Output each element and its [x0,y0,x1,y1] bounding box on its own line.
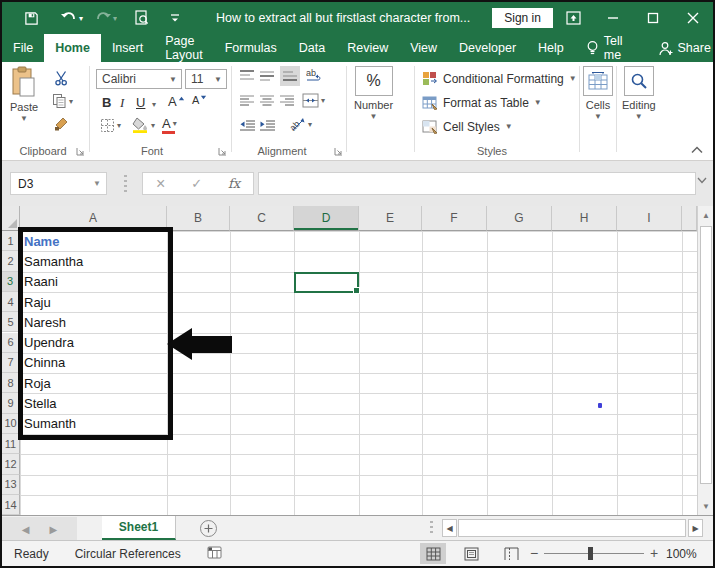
cell-a1[interactable]: Name [21,231,167,251]
font-name-combo[interactable]: Calibri ▼ [96,69,182,89]
tab-help[interactable]: Help [527,34,575,62]
cell-styles-button[interactable]: Cell Styles ▼ [422,119,513,134]
tab-view[interactable]: View [399,34,448,62]
wrap-text-button[interactable]: ab [306,68,323,83]
column-header-a[interactable]: A [20,206,167,231]
tab-tell-me[interactable]: Tell me [575,34,634,62]
font-dialog-launcher-icon[interactable] [218,146,228,156]
align-center-button[interactable] [260,95,274,107]
row-header-13[interactable]: 13 [2,475,20,495]
row-header-1[interactable]: 1 [2,231,20,251]
cell-a10[interactable]: Sumanth [21,414,167,434]
cell-a3[interactable]: Raani [21,272,167,292]
new-sheet-button[interactable] [200,520,217,537]
zoom-level[interactable]: 100% [666,547,697,561]
page-break-view-button[interactable] [498,543,524,564]
tab-review[interactable]: Review [336,34,399,62]
cells-button[interactable]: Cells ▼ [583,66,613,121]
row-header-3[interactable]: 3 [2,272,20,292]
cell-a2[interactable]: Samantha [21,251,167,271]
column-header-e[interactable]: E [359,206,422,231]
underline-button[interactable]: U [136,95,145,110]
top-align-button[interactable] [240,70,254,82]
merge-center-button[interactable]: ▾ [302,93,325,108]
underline-dropdown-icon[interactable]: ▾ [152,100,156,109]
bottom-align-button[interactable] [280,66,300,86]
tab-developer[interactable]: Developer [448,34,527,62]
tab-share[interactable]: Share [648,34,715,62]
ribbon-display-options-icon[interactable] [553,4,593,32]
font-color-button[interactable]: A ▾ [162,116,177,131]
cell-a6[interactable]: Upendra [21,333,167,353]
column-header-g[interactable]: G [487,206,552,231]
zoom-in-button[interactable]: + [650,545,658,561]
tab-file[interactable]: File [2,34,44,62]
minimize-icon[interactable] [593,4,633,32]
row-header-8[interactable]: 8 [2,373,20,393]
bold-button[interactable]: B [102,95,111,110]
formula-bar-resizer[interactable] [124,175,127,192]
customize-qat-icon[interactable] [162,7,188,29]
tab-bar-resizer[interactable] [430,521,433,536]
cancel-button[interactable]: × [156,175,165,193]
formula-input[interactable] [258,172,696,195]
selected-cell-d3[interactable] [294,272,359,293]
zoom-out-button[interactable]: − [530,545,538,561]
cut-button[interactable] [54,70,70,86]
select-all-corner[interactable] [2,206,20,231]
page-layout-view-button[interactable] [458,543,484,564]
zoom-slider-handle[interactable] [588,547,593,560]
align-left-button[interactable] [240,95,254,107]
sign-in-button[interactable]: Sign in [492,8,553,28]
format-as-table-button[interactable]: Format as Table ▼ [422,95,542,110]
copy-button[interactable]: ▾ [52,93,73,109]
scroll-up-icon[interactable]: ▲ [699,206,713,224]
row-header-12[interactable]: 12 [2,454,20,474]
scroll-left-icon[interactable]: ◀ [442,519,457,537]
cell-a5[interactable]: Naresh [21,312,167,332]
format-painter-button[interactable] [54,116,69,131]
row-header-11[interactable]: 11 [2,434,20,454]
horizontal-scrollbar[interactable] [458,519,686,537]
enter-button[interactable]: ✓ [191,176,202,191]
conditional-formatting-button[interactable]: Conditional Formatting ▼ [422,71,577,86]
editing-button[interactable]: Editing ▼ [622,66,656,121]
sheet-tab-sheet1[interactable]: Sheet1 [102,516,176,540]
vertical-scrollbar[interactable]: ▲ ▼ [697,206,713,515]
column-header-b[interactable]: B [167,206,230,231]
expand-formula-bar-icon[interactable] [697,175,707,186]
column-header-partial[interactable] [682,206,697,231]
column-header-c[interactable]: C [230,206,294,231]
tab-insert[interactable]: Insert [101,34,154,62]
clipboard-dialog-launcher-icon[interactable] [76,146,86,156]
paste-button[interactable]: Paste ▼ [10,66,38,123]
cell-a4[interactable]: Raju [21,292,167,312]
cell-a8[interactable]: Roja [21,373,167,393]
macro-record-icon[interactable] [207,546,222,562]
close-icon[interactable] [673,4,713,32]
tab-page-layout[interactable]: Page Layout [154,34,214,62]
cell-a7[interactable]: Chinna [21,353,167,373]
tab-home[interactable]: Home [44,34,101,62]
vertical-scroll-thumb[interactable] [700,226,712,484]
decrease-indent-button[interactable] [240,120,255,132]
number-format-button[interactable]: % Number ▼ [354,66,393,121]
column-header-h[interactable]: H [552,206,617,231]
row-header-6[interactable]: 6 [2,333,20,353]
tab-formulas[interactable]: Formulas [214,34,288,62]
normal-view-button[interactable] [420,543,446,564]
row-header-2[interactable]: 2 [2,251,20,271]
italic-button[interactable]: I [120,95,124,111]
maximize-icon[interactable] [633,4,673,32]
collapse-ribbon-icon[interactable] [691,144,703,156]
borders-button[interactable]: ▾ [100,118,121,133]
font-size-combo[interactable]: 11 ▼ [185,69,227,89]
row-header-10[interactable]: 10 [2,414,20,434]
row-header-4[interactable]: 4 [2,292,20,312]
tab-data[interactable]: Data [288,34,336,62]
fill-color-button[interactable]: ▾ [132,117,155,133]
alignment-dialog-launcher-icon[interactable] [334,146,344,156]
undo-dropdown-icon[interactable]: ▾ [76,7,86,29]
column-header-f[interactable]: F [422,206,487,231]
shrink-font-button[interactable]: A [192,94,207,106]
